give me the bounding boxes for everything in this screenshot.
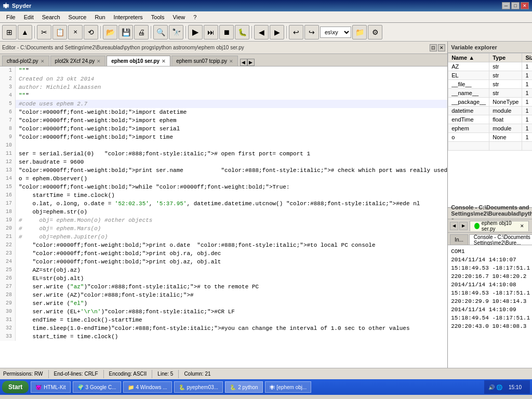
- code-area[interactable]: 1"""2Created on 23 okt 20143author: Mich…: [0, 66, 447, 368]
- var-cell-name: ephem: [448, 124, 489, 133]
- toolbar-forward[interactable]: ↪: [304, 25, 319, 39]
- editor-header-btns[interactable]: ⊡ ✕: [430, 44, 445, 51]
- console-tab-prev[interactable]: ◀: [450, 222, 458, 230]
- console-tab-main[interactable]: Console - C:\Documents and Settings\me2\…: [469, 234, 532, 245]
- editor-tabs-bar: cfrad-plot2.py ✕ plot2k 2Xcf 24.py ✕ eph…: [0, 54, 447, 66]
- table-row[interactable]: __file__str1C:\Documents ...: [448, 80, 532, 89]
- toolbar-open[interactable]: 📂: [103, 25, 117, 39]
- toolbar-next[interactable]: ▶: [270, 25, 284, 39]
- line-content: ser.baudrate = 9600: [16, 158, 447, 166]
- table-row[interactable]: ELstr110:48:14.3: [448, 71, 532, 80]
- toolbar-btn-4[interactable]: 📋: [52, 25, 67, 39]
- toolbar-btn-1[interactable]: ⊞: [2, 25, 17, 39]
- taskbar-htmlkit[interactable]: 👿 HTML-Kit: [31, 381, 70, 393]
- toolbar-btn-6[interactable]: ⟲: [84, 25, 98, 39]
- maximize-button[interactable]: □: [511, 2, 520, 9]
- console-line: 2014/11/14 14:10:07: [451, 256, 532, 264]
- toolbar-step[interactable]: ⏭: [204, 25, 218, 39]
- code-line-17: 17 o.lat, o.long, o.date = '52:02.35', '…: [0, 200, 447, 208]
- minimize-button[interactable]: ─: [502, 2, 510, 9]
- tab-scroll-left[interactable]: ◀: [240, 59, 247, 66]
- line-number: 3: [0, 83, 16, 91]
- console-tab-next[interactable]: ▶: [459, 222, 468, 230]
- col-size[interactable]: Size: [522, 54, 532, 62]
- col-name[interactable]: Name ▲: [448, 54, 489, 62]
- tab-ephem-sun07-close[interactable]: ✕: [229, 59, 233, 64]
- tab-ephem-sun07[interactable]: ephem sun07 tcpip.py ✕: [171, 56, 238, 66]
- toolbar-btn-5[interactable]: ✕: [68, 25, 83, 39]
- tab-plot2k[interactable]: plot2k 2Xcf 24.py ✕: [50, 56, 106, 66]
- start-button[interactable]: Start: [2, 381, 29, 393]
- tab-ephem-obj10[interactable]: ephem obj10 ser.py ✕: [107, 56, 170, 66]
- code-line-25: 25 AZ=str(obj.az): [0, 266, 447, 274]
- code-line-10: 10: [0, 141, 447, 150]
- toolbar-btn-3[interactable]: ✂: [37, 25, 51, 39]
- table-row[interactable]: __package__NoneType1None: [448, 98, 532, 107]
- col-type[interactable]: Type: [489, 54, 522, 62]
- taskbar-spyder[interactable]: 🕷 [ephem obj...: [265, 381, 312, 393]
- menu-file[interactable]: File: [2, 13, 20, 21]
- code-line-32: 32 time.sleep(1.0-endTime)"color:#888;fo…: [0, 324, 447, 332]
- tab-scroll-right[interactable]: ▶: [247, 59, 255, 66]
- toolbar-debug[interactable]: 🐛: [235, 25, 249, 39]
- taskbar-google-label: 3 Google C...: [86, 384, 116, 390]
- console-line: 2014/11/14 14:10:09: [451, 305, 532, 314]
- console-running-close[interactable]: ✕: [520, 223, 524, 229]
- toolbar-btn-2[interactable]: ▲: [18, 25, 32, 39]
- tab-cfrad-close[interactable]: ✕: [41, 59, 45, 64]
- table-row[interactable]: __name__str1__main__: [448, 89, 532, 98]
- title-bar: 🕷 Spyder ─ □ ✕: [0, 0, 532, 11]
- taskbar: Start 👿 HTML-Kit 🌍 3 Google C... 📁 4 Win…: [0, 379, 532, 395]
- toolbar-settings[interactable]: ⚙: [368, 25, 382, 39]
- table-row[interactable]: oNone1<ephem.Observ...: [448, 133, 532, 142]
- tab-ephem-obj10-close[interactable]: ✕: [162, 59, 166, 64]
- variable-table[interactable]: Name ▲ Type Size Value AZstr1220:20:29.9…: [448, 53, 532, 207]
- toolbar-folder2[interactable]: 📁: [352, 25, 367, 39]
- code-line-13: 13"color:#0000ff;font-weight:bold;">prin…: [0, 166, 447, 175]
- window-controls[interactable]: ─ □ ✕: [502, 2, 529, 9]
- table-row[interactable]: AZstr1220:20:29.9: [448, 62, 532, 71]
- running-indicator: [474, 223, 480, 229]
- toolbar-prev[interactable]: ◀: [254, 25, 269, 39]
- menu-search[interactable]: Search: [38, 13, 64, 21]
- table-row[interactable]: endTimefloat10.01493139422...: [448, 115, 532, 124]
- tab-plot2k-close[interactable]: ✕: [97, 59, 101, 64]
- menu-view[interactable]: View: [169, 13, 190, 21]
- toolbar-combo-nav[interactable]: es\xy: [320, 26, 351, 38]
- console-tab-in[interactable]: In...: [450, 234, 468, 245]
- table-row[interactable]: ephemmodule1<module 'ephe...: [448, 124, 532, 133]
- toolbar-save[interactable]: 💾: [118, 25, 133, 39]
- menu-run[interactable]: Run: [90, 13, 109, 21]
- taskbar-python-icon: 🐍: [230, 384, 236, 390]
- editor-float-btn[interactable]: ⊡: [430, 44, 437, 51]
- menu-tools[interactable]: Tools: [147, 13, 169, 21]
- toolbar-search[interactable]: 🔍: [153, 25, 168, 39]
- table-row[interactable]: <Sun "Sun" at ...: [448, 142, 532, 151]
- start-button-label: Start: [8, 383, 22, 391]
- menu-interpreters[interactable]: Interpreters: [110, 13, 147, 21]
- toolbar-stop[interactable]: ⏹: [219, 25, 234, 39]
- line-number: 8: [0, 125, 16, 133]
- line-content: "color:#0000ff;font-weight:bold;">import…: [16, 116, 447, 125]
- taskbar-google[interactable]: 🌍 3 Google C...: [73, 381, 121, 393]
- toolbar-run[interactable]: ▶: [188, 25, 203, 39]
- table-row[interactable]: datetimemodule1<module 'date...: [448, 107, 532, 115]
- console-tab-active[interactable]: ephem obj10 ser.py ✕: [470, 221, 529, 231]
- line-content: o.lat, o.long, o.date = '52:02.35', '5:3…: [16, 200, 447, 208]
- code-line-19: 19# obj= ephem.Moon(o) #other objects: [0, 216, 447, 224]
- menu-source[interactable]: Source: [64, 13, 91, 21]
- taskbar-python[interactable]: 🐍 2 python: [225, 381, 262, 393]
- line-number: 7: [0, 116, 16, 125]
- menu-help[interactable]: ?: [189, 13, 201, 21]
- editor-close-btn[interactable]: ✕: [438, 44, 445, 51]
- menu-edit[interactable]: Edit: [20, 13, 38, 21]
- toolbar-back[interactable]: ↩: [289, 25, 303, 39]
- close-button[interactable]: ✕: [521, 2, 529, 9]
- var-cell-type: str: [489, 71, 522, 80]
- tab-cfrad[interactable]: cfrad-plot2.py ✕: [2, 56, 49, 66]
- toolbar-print[interactable]: 🖨: [134, 25, 149, 39]
- line-content: [16, 141, 447, 150]
- taskbar-windows[interactable]: 📁 4 Windows ...: [123, 381, 172, 393]
- taskbar-pyephem[interactable]: 🐍 pyephem03...: [174, 381, 223, 393]
- toolbar-binoculars[interactable]: 🔭: [169, 25, 183, 39]
